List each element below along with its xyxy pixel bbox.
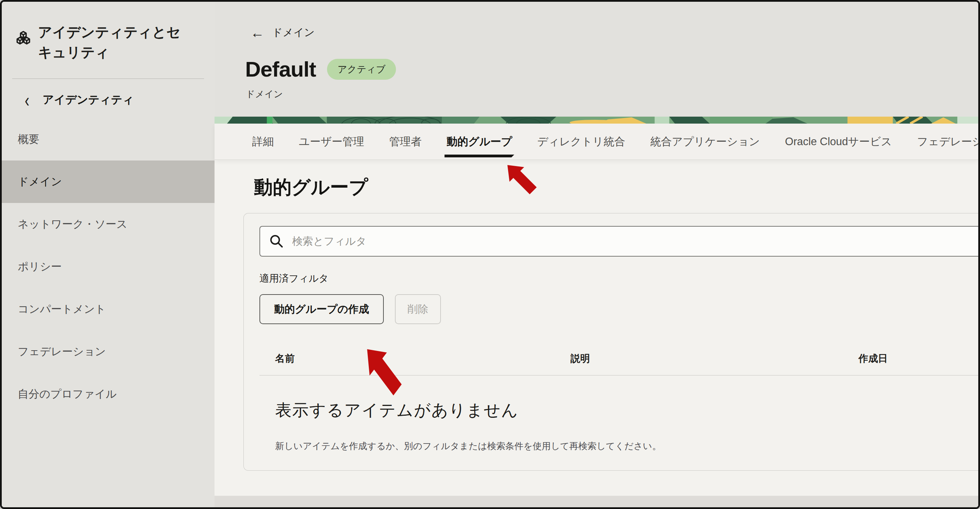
page-title: Default xyxy=(245,57,316,81)
sidebar-item-自分のプロファイル[interactable]: 自分のプロファイル xyxy=(2,373,215,415)
tab-ユーザー管理[interactable]: ユーザー管理 xyxy=(299,124,364,159)
create-dynamic-group-button[interactable]: 動的グループの作成 xyxy=(259,294,384,324)
sidebar-item-フェデレーション[interactable]: フェデレーション xyxy=(2,331,215,373)
status-badge: アクティブ xyxy=(327,59,396,80)
page-header: ← ドメイン Default アクティブ ドメイン xyxy=(215,2,978,117)
sidebar-header: アイデンティティとセキュリティ xyxy=(2,2,215,62)
dynamic-groups-card: 検索とフィルタ 適用済フィルタ 動的グループの作成 削除 名前説明作成日 表示す… xyxy=(243,213,978,471)
tab-動的グループ[interactable]: 動的グループ xyxy=(447,124,512,159)
empty-state-subtitle: 新しいアイテムを作成するか、別のフィルタまたは検索条件を使用して再検索してくださ… xyxy=(275,440,978,452)
delete-button[interactable]: 削除 xyxy=(395,294,441,324)
sidebar-item-概要[interactable]: 概要 xyxy=(2,118,215,161)
tab-ディレクトリ統合[interactable]: ディレクトリ統合 xyxy=(537,124,625,159)
column-header-名前: 名前 xyxy=(275,352,570,365)
tab-bar: 詳細ユーザー管理管理者動的グループディレクトリ統合統合アプリケーションOracl… xyxy=(215,124,978,160)
empty-state-title: 表示するアイテムがありません xyxy=(275,399,978,421)
sidebar-item-ネットワーク・ソース[interactable]: ネットワーク・ソース xyxy=(2,203,215,245)
search-placeholder: 検索とフィルタ xyxy=(292,234,367,248)
identity-security-cubes-icon xyxy=(16,31,31,46)
sidebar-nav: 概要ドメインネットワーク・ソースポリシーコンパートメントフェデレーション自分のプ… xyxy=(2,118,215,415)
tab-フェデレーション[interactable]: フェデレーション xyxy=(917,124,978,159)
background-texture-strip xyxy=(215,496,978,507)
tab-統合アプリケーション[interactable]: 統合アプリケーション xyxy=(650,124,760,159)
sidebar: アイデンティティとセキュリティ ‹ アイデンティティ 概要ドメインネットワーク・… xyxy=(2,2,215,507)
sidebar-section-label: アイデンティティ xyxy=(43,92,134,108)
back-arrow-icon: ← xyxy=(250,26,264,40)
page-subtitle: ドメイン xyxy=(246,88,283,100)
tab-管理者[interactable]: 管理者 xyxy=(389,124,422,159)
main-area: ← ドメイン Default アクティブ ドメイン xyxy=(215,2,978,507)
back-link[interactable]: ← ドメイン xyxy=(250,25,315,40)
sidebar-item-コンパートメント[interactable]: コンパートメント xyxy=(2,288,215,331)
sidebar-item-ドメイン[interactable]: ドメイン xyxy=(2,161,215,203)
tab-Oracle Cloudサービス[interactable]: Oracle Cloudサービス xyxy=(785,124,892,159)
column-header-作成日: 作成日 xyxy=(859,352,978,365)
column-header-説明: 説明 xyxy=(570,352,859,365)
search-icon xyxy=(269,234,284,248)
search-input[interactable]: 検索とフィルタ xyxy=(259,226,978,256)
tab-詳細[interactable]: 詳細 xyxy=(252,124,274,159)
annotation-arrow-create-button xyxy=(362,343,403,398)
applied-filters-label: 適用済フィルタ xyxy=(259,272,978,285)
sidebar-section-identity[interactable]: ‹ アイデンティティ xyxy=(2,79,215,108)
app-title: アイデンティティとセキュリティ xyxy=(38,22,188,62)
chevron-left-icon: ‹ xyxy=(25,95,29,105)
annotation-arrow-tab xyxy=(503,161,538,196)
sidebar-item-ポリシー[interactable]: ポリシー xyxy=(2,245,215,288)
tab-content: 動的グループ 検索とフィルタ 適用済フィルタ 動的グループの作成 削除 xyxy=(215,160,978,507)
section-title: 動的グループ xyxy=(254,175,978,199)
app-window: アイデンティティとセキュリティ ‹ アイデンティティ 概要ドメインネットワーク・… xyxy=(0,0,980,509)
decorative-banner xyxy=(215,117,978,124)
back-link-label: ドメイン xyxy=(272,25,315,40)
